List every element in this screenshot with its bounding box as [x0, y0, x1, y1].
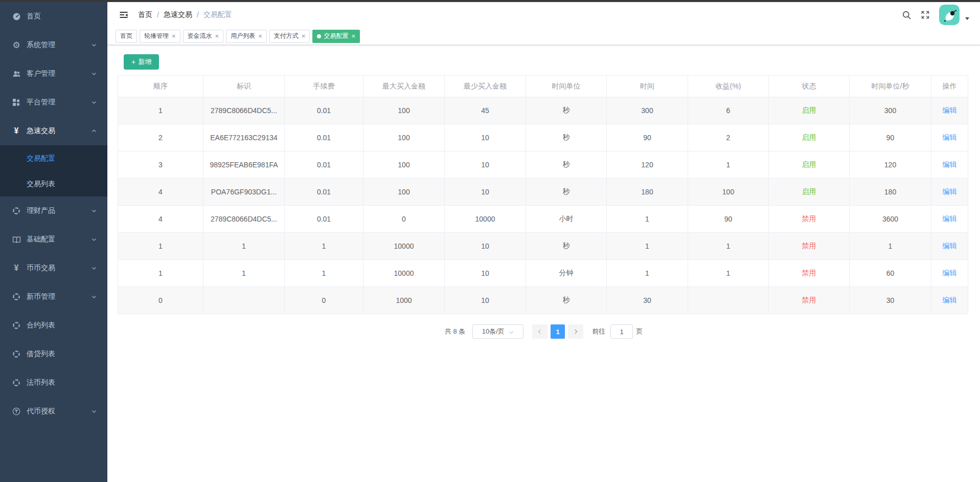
- status-badge: 禁用: [802, 296, 816, 304]
- search-icon[interactable]: [902, 10, 911, 20]
- chevron-down-icon: [91, 71, 97, 77]
- page-size-select[interactable]: 10条/页: [472, 324, 523, 339]
- sidebar-item-4[interactable]: ¥急速交易: [0, 117, 107, 145]
- table-cell: 100: [363, 179, 445, 206]
- chevron-down-icon: [509, 330, 514, 335]
- page-number-1[interactable]: 1: [551, 324, 565, 339]
- table-cell: 0: [118, 287, 203, 314]
- breadcrumb-separator: /: [157, 11, 159, 19]
- edit-link[interactable]: 编辑: [943, 187, 957, 195]
- breadcrumb-item-2: 交易配置: [203, 10, 232, 19]
- sidebar-item-7[interactable]: ¥币币交易: [0, 254, 107, 282]
- book-icon: [10, 235, 22, 244]
- edit-link[interactable]: 编辑: [943, 160, 957, 168]
- sidebar-item-8[interactable]: 新币管理: [0, 282, 107, 311]
- table-cell: 1: [850, 233, 931, 260]
- table-cell: 1: [607, 260, 688, 287]
- table-cell: 30: [607, 287, 688, 314]
- table-cell: 1: [203, 260, 285, 287]
- table-cell: 1: [607, 206, 688, 233]
- sidebar-item-label: 法币列表: [27, 378, 97, 387]
- table-cell: 1: [118, 97, 203, 124]
- next-page-button[interactable]: [568, 324, 583, 339]
- sidebar-item-3[interactable]: 平台管理: [0, 88, 107, 117]
- table-cell: 秒: [526, 179, 607, 206]
- tab-tag-0[interactable]: 首页: [116, 30, 137, 43]
- chevron-down-icon: [91, 99, 97, 105]
- table-cell: 小时: [526, 206, 607, 233]
- table-cell: EA6E772163C29134: [203, 124, 285, 151]
- sidebar: 首页⚙系统管理客户管理平台管理¥急速交易交易配置交易列表理财产品基础配置¥币币交…: [0, 2, 107, 482]
- sidebar-item-5[interactable]: 理财产品: [0, 196, 107, 225]
- table-cell: 120: [850, 151, 931, 179]
- table-cell: 禁用: [769, 206, 850, 233]
- tag-label: 资金流水: [188, 32, 212, 40]
- table-cell: 0.01: [285, 206, 363, 233]
- sidebar-item-4-child-0[interactable]: 交易配置: [0, 145, 107, 171]
- gear-icon: ⚙: [10, 41, 22, 50]
- fullscreen-icon[interactable]: [921, 10, 930, 19]
- close-icon[interactable]: ×: [258, 33, 262, 39]
- chevron-down-icon: [91, 408, 97, 414]
- sidebar-item-6[interactable]: 基础配置: [0, 225, 107, 254]
- tab-tag-5[interactable]: 交易配置×: [312, 30, 360, 43]
- sidebar-item-label: 平台管理: [27, 98, 91, 107]
- table-cell: 禁用: [769, 260, 850, 287]
- close-icon[interactable]: ×: [215, 33, 219, 39]
- sidebar-item-label: 理财产品: [27, 206, 91, 215]
- table-row: 4POA76GF903DG1...0.0110010秒180100启用180编辑: [118, 179, 968, 206]
- sidebar-item-2[interactable]: 客户管理: [0, 59, 107, 88]
- sidebar-item-label: 借贷列表: [27, 349, 97, 359]
- table-row: 42789C8066D4DC5...0.01010000小时190禁用3600编…: [118, 206, 968, 233]
- breadcrumb: 首页/急速交易/交易配置: [138, 10, 232, 19]
- submenu-item-label: 交易列表: [27, 180, 55, 188]
- edit-link[interactable]: 编辑: [943, 242, 957, 250]
- sidebar-item-1[interactable]: ⚙系统管理: [0, 31, 107, 59]
- edit-link[interactable]: 编辑: [943, 269, 957, 277]
- chevron-down-icon: [91, 294, 97, 300]
- edit-link[interactable]: 编辑: [943, 214, 957, 223]
- pagination-total: 共 8 条: [445, 327, 465, 336]
- table-header-cell: 最大买入金额: [363, 76, 445, 97]
- table-cell: 1: [688, 151, 769, 179]
- grid-icon: [10, 98, 22, 106]
- table-cell: 98925FEAB6E981FA: [203, 151, 285, 179]
- table-cell: 禁用: [769, 233, 850, 260]
- table-cell: 1: [203, 233, 285, 260]
- add-button[interactable]: +新增: [124, 54, 159, 70]
- sidebar-item-label: 代币授权: [27, 407, 91, 416]
- hamburger-icon[interactable]: [119, 10, 129, 20]
- table-cell: 编辑: [931, 151, 968, 179]
- table-cell: 编辑: [931, 97, 968, 124]
- sidebar-item-10[interactable]: 借贷列表: [0, 340, 107, 368]
- close-icon[interactable]: ×: [172, 33, 176, 39]
- sidebar-item-0[interactable]: 首页: [0, 2, 107, 31]
- close-icon[interactable]: ×: [351, 33, 355, 39]
- prev-page-button[interactable]: [532, 324, 548, 339]
- breadcrumb-item-1[interactable]: 急速交易: [164, 10, 192, 19]
- tab-tag-3[interactable]: 用户列表×: [226, 30, 267, 43]
- sidebar-item-12[interactable]: 代币授权: [0, 397, 107, 426]
- table-cell: 100: [363, 97, 445, 124]
- caret-down-icon[interactable]: [965, 16, 970, 21]
- close-icon[interactable]: ×: [302, 33, 306, 39]
- table-cell: POA76GF903DG1...: [203, 179, 285, 206]
- sidebar-item-9[interactable]: 合约列表: [0, 311, 107, 340]
- avatar[interactable]: [939, 5, 960, 25]
- tab-tag-4[interactable]: 支付方式×: [269, 30, 310, 43]
- table-cell: 启用: [769, 124, 850, 151]
- table-cell: 1: [607, 233, 688, 260]
- edit-link[interactable]: 编辑: [943, 133, 957, 141]
- table-cell: 4: [118, 179, 203, 206]
- edit-link[interactable]: 编辑: [943, 296, 957, 304]
- breadcrumb-item-0[interactable]: 首页: [138, 10, 152, 19]
- tab-tag-1[interactable]: 轮播管理×: [140, 30, 180, 43]
- goto-page-input[interactable]: [610, 324, 633, 339]
- sidebar-item-4-child-1[interactable]: 交易列表: [0, 171, 107, 196]
- sidebar-item-label: 币币交易: [27, 264, 91, 273]
- table-cell: 10000: [445, 206, 526, 233]
- edit-link[interactable]: 编辑: [943, 106, 957, 114]
- target-icon: [10, 350, 22, 358]
- sidebar-item-11[interactable]: 法币列表: [0, 368, 107, 397]
- tab-tag-2[interactable]: 资金流水×: [183, 30, 224, 43]
